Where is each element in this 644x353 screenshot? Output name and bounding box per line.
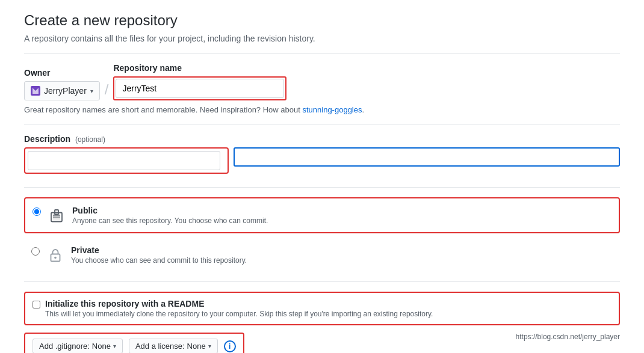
repo-name-input[interactable]: JerryTest — [116, 79, 284, 98]
private-radio[interactable] — [31, 247, 40, 256]
init-details: Initialize this repository with a README… — [45, 299, 433, 318]
owner-field: Owner JerryPlayer ▾ — [24, 68, 100, 100]
avatar-inner — [33, 88, 39, 94]
owner-label: Owner — [24, 68, 100, 78]
init-row: Initialize this repository with a README… — [33, 299, 611, 318]
init-desc: This will let you immediately clone the … — [45, 310, 433, 318]
init-title: Initialize this repository with a README — [45, 299, 433, 308]
license-value: None — [187, 342, 206, 351]
private-icon — [46, 245, 65, 265]
description-input-ext[interactable] — [234, 147, 620, 167]
init-section: Initialize this repository with a README… — [24, 292, 620, 353]
footer-url: https://blog.csdn.net/jerry_player — [516, 333, 620, 341]
description-optional: (optional) — [75, 135, 105, 144]
private-title: Private — [71, 245, 247, 255]
repo-name-field: Repository name JerryTest — [113, 63, 286, 100]
owner-avatar-icon — [31, 86, 40, 96]
separator: / — [105, 80, 109, 99]
gitignore-label: Add .gitignore: — [39, 342, 90, 351]
init-checkbox[interactable] — [33, 301, 40, 308]
divider-4 — [24, 281, 620, 282]
repo-name-wrapper: JerryTest — [113, 76, 286, 100]
license-caret-icon: ▾ — [208, 343, 211, 349]
svg-point-6 — [54, 257, 57, 259]
public-details: Public Anyone can see this repository. Y… — [72, 206, 268, 225]
license-dropdown[interactable]: Add a license: None ▾ — [129, 339, 218, 353]
visibility-section: Public Anyone can see this repository. Y… — [24, 197, 620, 272]
owner-dropdown[interactable]: JerryPlayer ▾ — [24, 81, 100, 100]
gitignore-caret-icon: ▾ — [113, 343, 116, 349]
init-wrapper: Initialize this repository with a README… — [24, 292, 620, 325]
description-wrapper — [24, 147, 229, 174]
owner-name: JerryPlayer — [44, 86, 87, 96]
description-input[interactable] — [28, 151, 220, 170]
private-option[interactable]: Private You choose who can see and commi… — [24, 238, 620, 272]
license-label: Add a license: — [135, 342, 185, 351]
public-option[interactable]: Public Anyone can see this repository. Y… — [24, 197, 620, 233]
info-icon[interactable]: i — [224, 340, 236, 352]
divider-3 — [24, 187, 620, 188]
suggestion-text: Great repository names are short and mem… — [24, 105, 620, 114]
page-title: Create a new repository — [24, 12, 620, 29]
repo-name-label: Repository name — [113, 63, 286, 73]
private-details: Private You choose who can see and commi… — [71, 245, 247, 265]
description-section: Description (optional) — [24, 134, 620, 177]
private-desc: You choose who can see and commit to thi… — [71, 256, 247, 265]
public-icon — [47, 206, 66, 225]
gitignore-dropdown[interactable]: Add .gitignore: None ▾ — [33, 339, 123, 353]
public-desc: Anyone can see this repository. You choo… — [72, 216, 268, 225]
divider-2 — [24, 124, 620, 124]
suggestion-link[interactable]: stunning-goggles — [302, 105, 362, 114]
owner-caret-icon: ▾ — [90, 88, 93, 94]
public-radio[interactable] — [33, 207, 41, 216]
public-title: Public — [72, 206, 268, 215]
page-subtitle: A repository contains all the files for … — [24, 34, 620, 43]
gitignore-value: None — [92, 342, 111, 351]
divider — [24, 53, 620, 54]
description-label: Description (optional) — [24, 134, 620, 144]
extras-wrapper: Add .gitignore: None ▾ Add a license: No… — [24, 333, 244, 353]
